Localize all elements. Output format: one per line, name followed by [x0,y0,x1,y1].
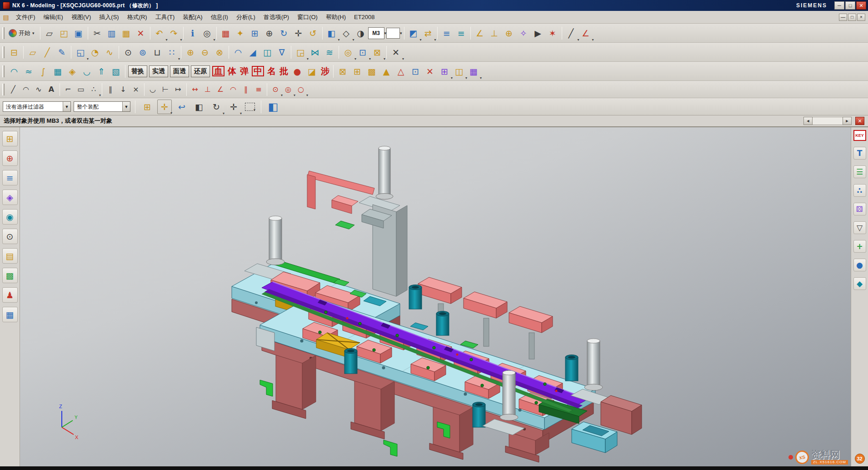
datum-plane-icon[interactable]: ▱ [25,45,40,60]
measure-distance-icon[interactable]: ╱ [564,26,579,40]
die-name-button[interactable]: 名 [265,65,278,77]
selection-scope-dropdown[interactable]: 整个装配 ▼ [74,101,130,112]
plate-box-icon[interactable]: ⊞ [350,64,364,79]
dice-icon[interactable]: ⚄ [853,203,866,215]
ruled-surface-icon[interactable]: ◠ [7,64,21,79]
extend-curve-icon[interactable]: ↦ [172,83,185,96]
wave-link-icon[interactable]: ⊡ [355,45,370,60]
sew-icon[interactable]: ⋈ [308,45,322,60]
revolve-icon[interactable]: ◔ [88,45,102,60]
history-icon[interactable]: ⊙ [2,229,18,244]
maximize-button[interactable]: □ [845,1,855,10]
blank-style-box[interactable] [386,28,400,39]
subtract-icon[interactable]: ⊖ [198,45,212,60]
scroll-track[interactable] [813,117,843,125]
graphics-window[interactable]: Z X Y XS 资料网 ZL.X51616.COM [20,127,851,466]
edge-blend-icon[interactable]: ◠ [231,45,245,60]
trim-curve-icon[interactable]: ⊢ [159,83,172,96]
patch-surface-icon[interactable]: ▧ [109,64,123,79]
fit-window-icon[interactable]: ⊞ [248,26,262,40]
extrude-icon[interactable]: ◱ [73,45,88,60]
scroll-left-icon[interactable]: ◄ [803,117,813,125]
thicken-icon[interactable]: ≋ [322,45,337,60]
synchronous-modeling-icon[interactable]: ✕ [389,45,403,60]
pattern-feature-icon[interactable]: ∷ [165,45,179,60]
redo-icon[interactable]: ↷ [167,26,181,40]
hole-icon[interactable]: ⊙ [121,45,135,60]
menu-information[interactable]: 信息(I) [207,12,232,23]
orbit-icon[interactable]: ↻ [209,100,224,114]
delete-icon[interactable]: ✕ [134,26,148,40]
key-icon[interactable]: ✧ [516,26,531,40]
die-spring-button[interactable]: 弹 [238,65,250,77]
datum-line-icon[interactable]: ╱ [40,45,55,60]
instance-geometry-icon[interactable]: ⊠ [370,45,384,60]
csys-icon[interactable]: ∠ [473,26,487,40]
menu-help[interactable]: 帮助(H) [322,12,350,23]
more-die-tools-icon[interactable]: ▦ [466,64,481,79]
snapshot-icon[interactable]: ✦ [233,26,248,40]
restore-button[interactable]: 还原 [191,65,210,77]
draft-icon[interactable]: ∇ [274,45,289,60]
circle-center-icon[interactable]: ⊙ [269,83,282,96]
sphere-tool-icon[interactable]: ● [853,259,866,271]
die-assembly-model[interactable] [232,146,642,463]
intersect-curve-icon[interactable]: × [130,83,142,96]
blend-surface-icon[interactable]: ◡ [80,64,94,79]
new-part-icon[interactable]: ▱ [42,26,57,40]
roles-icon[interactable]: ♟ [2,287,18,303]
menu-insert[interactable]: 插入(S) [95,12,123,23]
undo-icon[interactable]: ↶ [152,26,167,40]
datum-axis-icon[interactable]: ⊥ [487,26,502,40]
refresh-icon[interactable]: ↻ [277,26,291,40]
offset-surface-icon[interactable]: ⇑ [94,64,109,79]
open-icon[interactable]: ◰ [57,26,71,40]
interference-button[interactable]: 涉 [319,65,331,77]
menu-format[interactable]: 格式(R) [123,12,151,23]
menu-analysis[interactable]: 分析(L) [232,12,259,23]
text-tool-icon[interactable]: T [853,147,866,160]
menu-assemblies[interactable]: 装配(A) [179,12,206,23]
copy-icon[interactable]: ▥ [105,26,119,40]
tangent-constraint-icon[interactable]: ◠ [227,83,239,96]
move-object-icon[interactable]: ⇄ [421,26,435,40]
paste-icon[interactable]: ▦ [119,26,134,40]
save-icon[interactable]: ▣ [71,26,86,40]
show-shaded-icon[interactable]: ◧ [192,100,206,114]
rectangle-icon[interactable]: ▭ [75,83,87,96]
toolbar-grip[interactable] [2,65,5,77]
point-set-icon[interactable]: ∴ [87,83,100,96]
shaded-cube-icon[interactable]: ◧ [266,100,280,114]
red-ball-icon[interactable]: ● [290,64,304,79]
toolbar-grip[interactable] [2,84,5,95]
child-close-button[interactable]: × [857,14,865,21]
spline-icon[interactable]: ∿ [32,83,45,96]
view-style-m3[interactable]: M3 [368,27,384,39]
wedge-icon[interactable]: ▲ [379,64,394,79]
viewport-canvas[interactable]: Z X Y [20,127,851,466]
trim-body-icon[interactable]: ◲ [293,45,308,60]
replace-button[interactable]: 替换 [128,65,147,77]
hatch-box-icon[interactable]: ▩ [364,64,379,79]
information-icon[interactable]: ℹ [185,26,200,40]
diamond-tool-icon[interactable]: ◆ [853,277,866,290]
assembly-navigator-icon[interactable]: ⊞ [2,131,18,146]
close-button[interactable]: ✕ [856,1,866,10]
circle-icon[interactable]: ○ [294,83,307,96]
bars-chart-icon[interactable]: ☰ [853,165,866,178]
rotate-view-icon[interactable]: ↺ [306,26,320,40]
dimension-icon[interactable]: ↔ [189,83,201,96]
constraint-navigator-icon[interactable]: ⊕ [2,150,18,166]
flask-icon[interactable]: ▽ [853,221,866,234]
four-point-surface-icon[interactable]: ◈ [65,64,80,79]
mark-cross-icon[interactable]: ✕ [423,64,437,79]
tool-library-icon[interactable]: ⊞ [437,64,452,79]
shell-icon[interactable]: ◫ [260,45,274,60]
die-center-button[interactable]: 中 [252,66,264,77]
die-batch-button[interactable]: 批 [278,65,290,77]
system-materials-icon[interactable]: ▤ [2,248,18,264]
menu-view[interactable]: 视图(V) [67,12,95,23]
zoom-icon[interactable]: ⊕ [262,26,277,40]
interpart-link-icon[interactable]: ⊞ [140,100,155,114]
window-cascade-icon[interactable]: ⊟ [7,45,21,60]
